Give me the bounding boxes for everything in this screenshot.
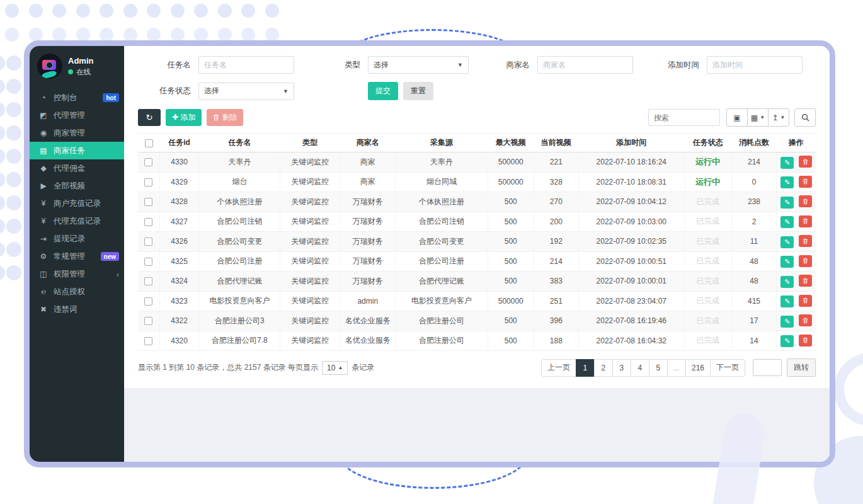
row-delete-button[interactable]: [799, 215, 812, 227]
submit-button[interactable]: 提交: [368, 82, 398, 100]
row-delete-button[interactable]: [799, 255, 812, 267]
cell-source: 合肥注册公司: [396, 331, 488, 351]
cell-add-time: 2022-07-10 18:08:31: [578, 172, 684, 192]
cell-source: 合肥公司注销: [396, 212, 488, 232]
add-button[interactable]: ✚ 添加: [166, 109, 202, 126]
export-button[interactable]: ↥▼: [768, 108, 789, 127]
cell-merchant: 商家: [340, 152, 396, 173]
card-view-button[interactable]: ▣: [726, 108, 748, 127]
edit-button[interactable]: ✎: [780, 236, 794, 248]
row-delete-button[interactable]: [799, 295, 812, 307]
decor-dot: [29, 28, 43, 42]
reset-button[interactable]: 重置: [403, 82, 433, 100]
cell-merchant: 万瑞财务: [340, 232, 396, 252]
user-name: Admin: [68, 56, 93, 66]
merchant-name-input[interactable]: [537, 56, 633, 74]
row-checkbox[interactable]: [144, 317, 152, 325]
sidebar-item-label: 代理管理: [54, 110, 85, 121]
columns-button[interactable]: ▦▼: [747, 108, 769, 127]
sidebar-item-withdraw-records[interactable]: ⇥ 提现记录: [30, 230, 124, 248]
page-button[interactable]: 1: [576, 359, 595, 377]
per-page-selector[interactable]: 10 ▲: [322, 361, 348, 375]
sidebar-item-label: 提现记录: [54, 234, 85, 244]
user-status-label: 在线: [76, 67, 91, 77]
row-checkbox[interactable]: [144, 178, 152, 186]
row-checkbox[interactable]: [144, 297, 152, 306]
select-all-checkbox[interactable]: [145, 139, 153, 147]
edit-button[interactable]: ✎: [780, 316, 794, 328]
cell-actions: ✎: [777, 251, 816, 272]
table-row: 4329 烟台 关键词监控 商家 烟台同城 500000 328 2022-07…: [138, 172, 816, 192]
decor-dot: [76, 4, 90, 18]
decor-dot: [0, 265, 5, 280]
row-delete-button[interactable]: [799, 275, 812, 287]
cell-task-id: 4322: [159, 311, 198, 331]
next-page-button[interactable]: 下一页: [710, 359, 745, 377]
pagination-summary-suffix: 条记录: [351, 362, 374, 373]
sidebar-item-label: 站点授权: [54, 287, 85, 297]
jump-button[interactable]: 跳转: [787, 358, 816, 377]
sidebar-item-merchant-tasks[interactable]: ▤ 商家任务: [30, 142, 124, 159]
sidebar-item-permission-management[interactable]: ◫ 权限管理 ‹: [30, 265, 124, 283]
merchant-name-label: 商家名: [477, 60, 537, 71]
edit-button[interactable]: ✎: [780, 295, 794, 307]
sidebar-item-banned-words[interactable]: ✖ 违禁词: [30, 301, 124, 318]
table-search-input[interactable]: [648, 109, 720, 126]
row-delete-button[interactable]: [799, 314, 812, 326]
cell-points: 48: [732, 251, 777, 272]
edit-button[interactable]: ✎: [780, 335, 794, 347]
row-checkbox[interactable]: [144, 337, 152, 345]
row-delete-button[interactable]: [799, 156, 812, 168]
task-name-input[interactable]: [198, 56, 294, 74]
row-checkbox[interactable]: [144, 238, 152, 246]
row-checkbox[interactable]: [144, 258, 152, 266]
edit-button[interactable]: ✎: [780, 216, 794, 228]
decor-dot: [76, 28, 90, 42]
decor-dot: [6, 242, 21, 257]
type-select[interactable]: 选择 ▼: [368, 56, 469, 74]
edit-button[interactable]: ✎: [780, 276, 794, 288]
sidebar-item-merchant-recharge[interactable]: ¥ 商户充值记录: [30, 195, 124, 212]
refresh-button[interactable]: ↻: [138, 109, 161, 126]
page-button[interactable]: 216: [685, 359, 711, 377]
row-checkbox[interactable]: [144, 218, 152, 226]
cell-current-videos: 383: [534, 272, 578, 292]
sidebar-item-dashboard[interactable]: ◔ 控制台 hot: [30, 89, 124, 106]
edit-button[interactable]: ✎: [780, 256, 794, 268]
row-delete-button[interactable]: [799, 335, 812, 346]
sidebar-item-agent-management[interactable]: ◩ 代理管理: [30, 106, 124, 124]
sidebar-item-badge: hot: [103, 93, 119, 102]
row-checkbox[interactable]: [144, 198, 152, 206]
card-view-icon: ▣: [733, 113, 740, 122]
cell-source: 个体执照注册: [396, 192, 488, 212]
table-search-button[interactable]: [794, 108, 816, 127]
sidebar-item-site-authorization[interactable]: ℮ 站点授权: [30, 283, 124, 301]
page-button[interactable]: 2: [594, 359, 613, 377]
page-button[interactable]: 5: [649, 359, 668, 377]
decor-dot: [241, 28, 255, 42]
row-delete-button[interactable]: [799, 176, 812, 188]
sidebar-item-agent-commission[interactable]: ◆ 代理佣金: [30, 159, 124, 177]
row-checkbox[interactable]: [144, 158, 152, 166]
edit-button[interactable]: ✎: [780, 176, 794, 188]
table-body: 4330 天率丹 关键词监控 商家 天率丹 500000 221 2022-07…: [138, 152, 816, 351]
sidebar-item-all-videos[interactable]: ▶ 全部视频: [30, 177, 124, 195]
edit-button[interactable]: ✎: [780, 157, 794, 169]
jump-page-input[interactable]: [753, 359, 782, 376]
add-time-input[interactable]: [707, 56, 803, 74]
page-button[interactable]: 3: [612, 359, 631, 377]
page-button[interactable]: 4: [631, 359, 649, 377]
cell-task-id: 4323: [159, 291, 198, 311]
row-delete-button[interactable]: [799, 235, 812, 247]
sidebar-item-agent-recharge[interactable]: ¥ 代理充值记录: [30, 212, 124, 230]
task-status-select[interactable]: 选择 ▼: [198, 83, 294, 100]
row-delete-button[interactable]: [799, 195, 812, 207]
sidebar-item-general-management[interactable]: ⚙ 常规管理 new: [30, 248, 124, 265]
prev-page-button[interactable]: 上一页: [541, 359, 576, 377]
cell-task-name: 个体执照注册: [199, 192, 280, 212]
sidebar-item-merchant-management[interactable]: ◉ 商家管理: [30, 124, 124, 142]
column-header: 当前视频: [534, 134, 578, 152]
edit-button[interactable]: ✎: [780, 197, 794, 209]
delete-button[interactable]: 删除: [207, 109, 243, 126]
row-checkbox[interactable]: [144, 277, 152, 285]
